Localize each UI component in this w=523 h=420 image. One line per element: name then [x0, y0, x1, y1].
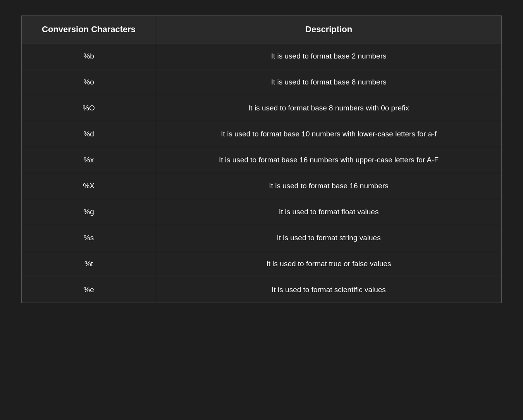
- table-row: %eIt is used to format scientific values: [22, 277, 501, 303]
- description-cell: It is used to format true or false value…: [156, 251, 501, 277]
- char-cell: %d: [22, 121, 156, 147]
- char-cell: %O: [22, 95, 156, 121]
- description-cell: It is used to format base 10 numbers wit…: [156, 121, 501, 147]
- header-conversion-characters: Conversion Characters: [22, 16, 156, 43]
- char-cell: %b: [22, 43, 156, 69]
- table-row: %xIt is used to format base 16 numbers w…: [22, 147, 501, 173]
- table-row: %bIt is used to format base 2 numbers: [22, 43, 501, 69]
- char-cell: %t: [22, 251, 156, 277]
- char-cell: %X: [22, 173, 156, 199]
- char-cell: %e: [22, 277, 156, 303]
- description-cell: It is used to format base 16 numbers wit…: [156, 147, 501, 173]
- table-row: %XIt is used to format base 16 numbers: [22, 173, 501, 199]
- char-cell: %o: [22, 69, 156, 95]
- header-description: Description: [156, 16, 501, 43]
- table-row: %oIt is used to format base 8 numbers: [22, 69, 501, 95]
- char-cell: %s: [22, 225, 156, 251]
- description-cell: It is used to format base 8 numbers with…: [156, 95, 501, 121]
- char-cell: %g: [22, 199, 156, 225]
- table-row: %gIt is used to format float values: [22, 199, 501, 225]
- description-cell: It is used to format string values: [156, 225, 501, 251]
- description-cell: It is used to format base 8 numbers: [156, 69, 501, 95]
- description-cell: It is used to format scientific values: [156, 277, 501, 303]
- conversion-table: Conversion Characters Description %bIt i…: [21, 15, 502, 303]
- description-cell: It is used to format base 16 numbers: [156, 173, 501, 199]
- description-cell: It is used to format base 2 numbers: [156, 43, 501, 69]
- description-cell: It is used to format float values: [156, 199, 501, 225]
- table-row: %sIt is used to format string values: [22, 225, 501, 251]
- table-row: %OIt is used to format base 8 numbers wi…: [22, 95, 501, 121]
- table-row: %dIt is used to format base 10 numbers w…: [22, 121, 501, 147]
- table-row: %tIt is used to format true or false val…: [22, 251, 501, 277]
- char-cell: %x: [22, 147, 156, 173]
